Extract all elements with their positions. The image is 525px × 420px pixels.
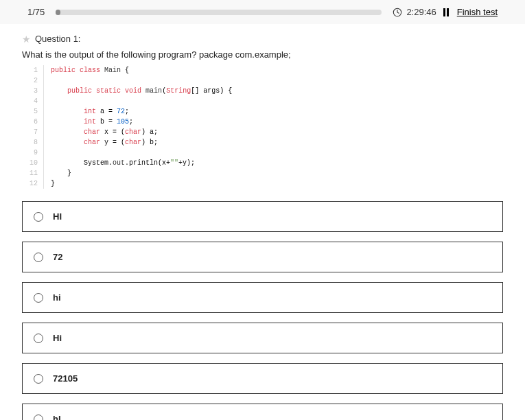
pause-icon[interactable] [443,8,450,16]
question-prompt: What is the output of the following prog… [22,49,503,60]
option-label: hi [53,292,61,303]
options-list: HI 72 hi Hi 72105 hI [22,201,503,420]
finish-test-link[interactable]: Finish test [457,7,498,17]
progress-counter: 1/75 [27,7,45,17]
radio-icon [34,334,43,343]
radio-icon [34,293,43,303]
option-label: 72105 [53,373,78,384]
code-block: 1public class Main { 2 3 public static v… [29,65,503,189]
radio-icon [34,415,43,421]
progress-bar [56,10,382,15]
option-4[interactable]: 72105 [22,363,503,394]
radio-icon [34,374,43,384]
question-header: ★ Question 1: [22,34,503,44]
progress-bar-fill [56,10,60,15]
clock-icon [393,8,402,17]
content-area: ★ Question 1: What is the output of the … [0,24,525,420]
option-2[interactable]: hi [22,282,503,313]
option-0[interactable]: HI [22,201,503,232]
timer-text: 2:29:46 [406,7,436,17]
option-label: 72 [53,252,62,262]
option-label: hI [53,414,61,420]
option-5[interactable]: hI [22,404,503,420]
question-label: Question 1: [35,34,81,44]
option-label: HI [53,211,62,222]
timer-area: 2:29:46 Finish test [393,7,498,17]
top-bar: 1/75 2:29:46 Finish test [0,0,525,24]
radio-icon [34,253,43,262]
radio-icon [34,212,43,222]
star-icon[interactable]: ★ [22,34,31,44]
option-label: Hi [53,333,62,343]
option-3[interactable]: Hi [22,323,503,353]
option-1[interactable]: 72 [22,242,503,272]
